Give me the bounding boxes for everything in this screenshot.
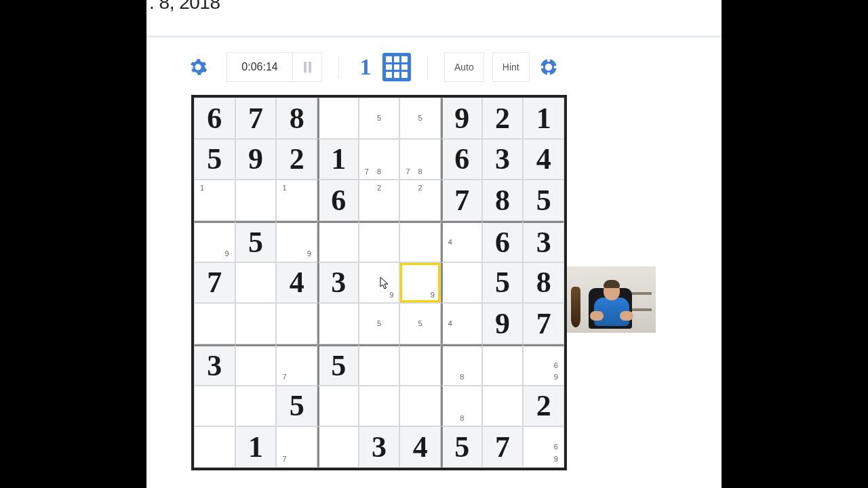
svg-point-3 [547, 73, 550, 76]
cell-r4-c0[interactable]: 7 [194, 262, 235, 304]
cell-r0-c2[interactable]: 8 [276, 98, 317, 139]
cell-r5-c0[interactable] [194, 303, 235, 344]
cell-r3-c7[interactable]: 6 [482, 221, 524, 262]
cell-r1-c3[interactable]: 1 [317, 139, 359, 180]
cell-r0-c7[interactable]: 2 [482, 98, 524, 139]
cell-value: 7 [524, 304, 564, 344]
cell-r1-c1[interactable]: 9 [235, 139, 277, 180]
cell-r8-c1[interactable]: 1 [235, 426, 277, 468]
cell-r8-c3[interactable] [317, 426, 359, 468]
cell-value: 8 [277, 98, 317, 138]
cell-r3-c3[interactable] [317, 221, 359, 262]
cell-r5-c2[interactable] [276, 303, 317, 344]
cell-r2-c5[interactable]: 2 [399, 180, 441, 221]
help-icon[interactable] [539, 58, 558, 77]
settings-icon[interactable] [189, 58, 208, 77]
cell-r4-c1[interactable] [235, 262, 277, 304]
sudoku-board[interactable]: 6785592159217878634116227859594637439958… [191, 95, 567, 470]
cell-r8-c6[interactable]: 5 [441, 426, 482, 468]
cell-r6-c8[interactable]: 69 [523, 344, 564, 386]
cell-r1-c2[interactable]: 2 [276, 139, 317, 180]
cell-r3-c8[interactable]: 3 [523, 221, 564, 262]
cell-r6-c4[interactable] [359, 344, 400, 386]
cell-r7-c5[interactable] [399, 386, 441, 427]
cell-r7-c3[interactable] [317, 386, 359, 427]
cell-r8-c7[interactable]: 7 [482, 426, 524, 468]
cell-r4-c2[interactable]: 4 [276, 262, 317, 304]
cell-r6-c1[interactable] [235, 344, 277, 386]
candidate-grid: 7 [278, 428, 315, 466]
candidate-grid [196, 428, 233, 466]
cell-r8-c0[interactable] [194, 426, 235, 468]
cell-r1-c4[interactable]: 78 [359, 139, 400, 180]
cell-r7-c2[interactable]: 5 [276, 386, 317, 427]
candidate-grid: 2 [361, 182, 398, 219]
cell-r0-c0[interactable]: 6 [194, 98, 235, 139]
cell-r6-c2[interactable]: 7 [276, 344, 317, 386]
cell-r1-c0[interactable]: 5 [194, 139, 235, 180]
candidate-grid: 78 [361, 141, 398, 178]
cell-r5-c7[interactable]: 9 [482, 303, 524, 344]
candidate-grid [361, 348, 398, 384]
cell-r7-c8[interactable]: 2 [523, 386, 564, 427]
cell-r4-c4[interactable]: 9 [359, 262, 400, 304]
cell-r8-c2[interactable]: 7 [276, 426, 317, 468]
cell-r0-c5[interactable]: 5 [399, 98, 441, 139]
cell-r5-c3[interactable] [317, 303, 359, 344]
cell-r6-c3[interactable]: 5 [317, 344, 359, 386]
cell-r7-c7[interactable] [482, 386, 524, 427]
cell-r2-c7[interactable]: 8 [482, 180, 524, 221]
cell-r6-c0[interactable]: 3 [194, 344, 235, 386]
cell-r3-c4[interactable] [359, 221, 400, 262]
pause-button[interactable] [293, 53, 321, 81]
cell-r3-c1[interactable]: 5 [235, 221, 277, 262]
cell-r0-c4[interactable]: 5 [359, 98, 400, 139]
cell-r3-c6[interactable]: 4 [441, 221, 482, 262]
hint-button[interactable]: Hint [492, 52, 530, 82]
cell-r0-c6[interactable]: 9 [441, 98, 482, 139]
cell-r8-c5[interactable]: 4 [399, 426, 441, 468]
cell-r3-c0[interactable]: 9 [194, 221, 235, 262]
cell-r8-c4[interactable]: 3 [359, 426, 400, 468]
cell-r0-c3[interactable] [317, 98, 359, 139]
cell-r6-c5[interactable] [399, 344, 441, 386]
cell-r4-c8[interactable]: 8 [523, 262, 564, 304]
cell-r5-c6[interactable]: 4 [441, 303, 482, 344]
candidate-grid: 4 [444, 305, 480, 342]
cell-r1-c7[interactable]: 3 [482, 139, 524, 180]
cell-r0-c8[interactable]: 1 [523, 98, 564, 139]
cell-r5-c8[interactable]: 7 [523, 303, 564, 344]
candidate-grid: 69 [525, 428, 562, 466]
cell-r2-c8[interactable]: 5 [523, 180, 564, 221]
cell-r1-c6[interactable]: 6 [441, 139, 482, 180]
cell-r2-c4[interactable]: 2 [359, 180, 400, 221]
auto-button[interactable]: Auto [444, 52, 484, 82]
cell-r2-c0[interactable]: 1 [194, 180, 235, 221]
cell-r8-c8[interactable]: 69 [523, 426, 564, 468]
cell-r4-c6[interactable] [441, 262, 482, 304]
pause-icon [304, 62, 311, 73]
cell-r1-c5[interactable]: 78 [399, 139, 441, 180]
cell-r7-c0[interactable] [194, 386, 235, 427]
cell-r2-c2[interactable]: 1 [276, 180, 317, 221]
cell-r5-c4[interactable]: 5 [359, 303, 400, 344]
cell-r7-c4[interactable] [359, 386, 400, 427]
cell-r6-c6[interactable]: 8 [441, 344, 482, 386]
cell-r4-c7[interactable]: 5 [482, 262, 524, 304]
cell-r5-c1[interactable] [235, 303, 277, 344]
cell-r0-c1[interactable]: 7 [235, 98, 277, 139]
cell-r2-c1[interactable] [235, 180, 277, 221]
cell-r4-c3[interactable]: 3 [317, 262, 359, 304]
cell-r2-c3[interactable]: 6 [317, 180, 359, 221]
cell-r3-c5[interactable] [399, 221, 441, 262]
cell-r5-c5[interactable]: 5 [399, 303, 441, 344]
cell-r7-c6[interactable]: 8 [441, 386, 482, 427]
mode-normal-button[interactable]: 1 [355, 54, 376, 80]
cell-r3-c2[interactable]: 9 [276, 221, 317, 262]
cell-r4-c5[interactable]: 9 [399, 262, 441, 304]
cell-r2-c6[interactable]: 7 [441, 180, 482, 221]
cell-r6-c7[interactable] [482, 344, 524, 386]
cell-r1-c8[interactable]: 4 [523, 139, 564, 180]
cell-r7-c1[interactable] [235, 386, 277, 427]
mode-candidate-button[interactable] [382, 53, 411, 81]
